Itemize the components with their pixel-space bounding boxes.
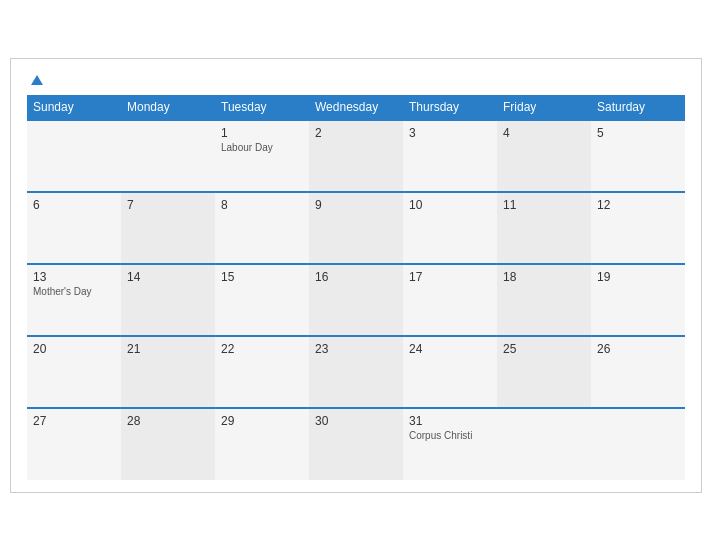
calendar-header [27,75,685,85]
calendar-cell: 17 [403,264,497,336]
weekday-header-tuesday: Tuesday [215,95,309,120]
date-number: 22 [221,342,303,356]
date-number: 7 [127,198,209,212]
date-number: 1 [221,126,303,140]
date-number: 25 [503,342,585,356]
calendar-week-row: 6789101112 [27,192,685,264]
calendar-grid: SundayMondayTuesdayWednesdayThursdayFrid… [27,95,685,480]
date-number: 5 [597,126,679,140]
logo-triangle-icon [31,75,43,85]
logo-blue-text [27,75,43,85]
date-number: 10 [409,198,491,212]
date-number: 11 [503,198,585,212]
date-number: 9 [315,198,397,212]
calendar-cell: 29 [215,408,309,480]
calendar-week-row: 20212223242526 [27,336,685,408]
calendar-cell: 11 [497,192,591,264]
calendar-week-row: 2728293031Corpus Christi [27,408,685,480]
weekday-header-sunday: Sunday [27,95,121,120]
calendar-cell: 15 [215,264,309,336]
date-number: 18 [503,270,585,284]
calendar-cell: 31Corpus Christi [403,408,497,480]
calendar-cell: 14 [121,264,215,336]
calendar-cell: 6 [27,192,121,264]
calendar-cell: 9 [309,192,403,264]
date-number: 15 [221,270,303,284]
date-number: 27 [33,414,115,428]
date-number: 29 [221,414,303,428]
calendar-cell: 22 [215,336,309,408]
date-number: 2 [315,126,397,140]
calendar-cell [497,408,591,480]
calendar-cell [591,408,685,480]
calendar-cell: 3 [403,120,497,192]
calendar-cell: 13Mother's Day [27,264,121,336]
calendar-cell: 19 [591,264,685,336]
date-number: 23 [315,342,397,356]
calendar-cell: 30 [309,408,403,480]
date-number: 6 [33,198,115,212]
holiday-label: Corpus Christi [409,430,491,441]
date-number: 14 [127,270,209,284]
calendar-cell: 20 [27,336,121,408]
calendar-cell: 10 [403,192,497,264]
calendar-cell: 8 [215,192,309,264]
date-number: 12 [597,198,679,212]
weekday-header-row: SundayMondayTuesdayWednesdayThursdayFrid… [27,95,685,120]
date-number: 30 [315,414,397,428]
date-number: 31 [409,414,491,428]
weekday-header-friday: Friday [497,95,591,120]
calendar-week-row: 13Mother's Day141516171819 [27,264,685,336]
calendar-cell: 24 [403,336,497,408]
date-number: 17 [409,270,491,284]
calendar-cell: 16 [309,264,403,336]
weekday-header-wednesday: Wednesday [309,95,403,120]
date-number: 26 [597,342,679,356]
calendar-cell: 7 [121,192,215,264]
date-number: 21 [127,342,209,356]
weekday-header-saturday: Saturday [591,95,685,120]
date-number: 4 [503,126,585,140]
date-number: 24 [409,342,491,356]
weekday-header-thursday: Thursday [403,95,497,120]
calendar-week-row: 1Labour Day2345 [27,120,685,192]
calendar-cell: 4 [497,120,591,192]
calendar-cell: 21 [121,336,215,408]
date-number: 13 [33,270,115,284]
calendar-cell: 12 [591,192,685,264]
calendar-cell: 23 [309,336,403,408]
date-number: 20 [33,342,115,356]
calendar-cell: 2 [309,120,403,192]
date-number: 16 [315,270,397,284]
logo [27,75,43,85]
calendar-cell: 25 [497,336,591,408]
date-number: 8 [221,198,303,212]
holiday-label: Mother's Day [33,286,115,297]
calendar-cell: 18 [497,264,591,336]
calendar-body: 1Labour Day2345678910111213Mother's Day1… [27,120,685,480]
calendar-cell: 5 [591,120,685,192]
calendar-cell: 1Labour Day [215,120,309,192]
date-number: 19 [597,270,679,284]
calendar-cell [27,120,121,192]
date-number: 3 [409,126,491,140]
holiday-label: Labour Day [221,142,303,153]
calendar-container: SundayMondayTuesdayWednesdayThursdayFrid… [10,58,702,493]
calendar-cell: 28 [121,408,215,480]
calendar-thead: SundayMondayTuesdayWednesdayThursdayFrid… [27,95,685,120]
weekday-header-monday: Monday [121,95,215,120]
date-number: 28 [127,414,209,428]
calendar-cell: 26 [591,336,685,408]
calendar-cell [121,120,215,192]
calendar-cell: 27 [27,408,121,480]
